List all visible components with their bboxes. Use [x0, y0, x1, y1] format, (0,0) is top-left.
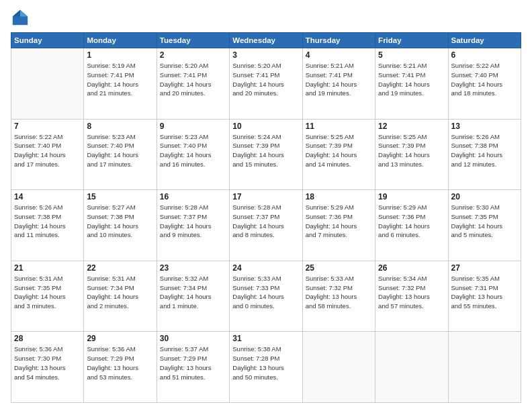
day-info: Sunrise: 5:23 AM Sunset: 7:40 PM Dayligh…	[160, 132, 226, 169]
calendar-cell: 2Sunrise: 5:20 AM Sunset: 7:41 PM Daylig…	[157, 48, 229, 120]
day-info: Sunrise: 5:21 AM Sunset: 7:41 PM Dayligh…	[306, 61, 372, 98]
calendar-cell	[11, 48, 84, 120]
day-number: 2	[160, 50, 226, 60]
day-info: Sunrise: 5:26 AM Sunset: 7:38 PM Dayligh…	[451, 132, 518, 169]
calendar-cell: 10Sunrise: 5:24 AM Sunset: 7:39 PM Dayli…	[230, 119, 302, 190]
day-number: 29	[87, 334, 153, 343]
calendar-header-row: SundayMondayTuesdayWednesdayThursdayFrid…	[11, 33, 521, 48]
calendar-cell: 6Sunrise: 5:22 AM Sunset: 7:40 PM Daylig…	[448, 48, 521, 120]
day-info: Sunrise: 5:19 AM Sunset: 7:41 PM Dayligh…	[87, 61, 153, 98]
day-info: Sunrise: 5:31 AM Sunset: 7:35 PM Dayligh…	[14, 274, 81, 311]
page: SundayMondayTuesdayWednesdayThursdayFrid…	[0, 0, 532, 411]
calendar-cell: 28Sunrise: 5:36 AM Sunset: 7:30 PM Dayli…	[11, 332, 84, 403]
day-info: Sunrise: 5:37 AM Sunset: 7:29 PM Dayligh…	[160, 345, 226, 381]
day-info: Sunrise: 5:28 AM Sunset: 7:37 PM Dayligh…	[232, 203, 299, 240]
day-info: Sunrise: 5:24 AM Sunset: 7:39 PM Dayligh…	[232, 132, 299, 169]
calendar-cell: 31Sunrise: 5:38 AM Sunset: 7:28 PM Dayli…	[230, 332, 302, 403]
calendar-cell: 22Sunrise: 5:31 AM Sunset: 7:34 PM Dayli…	[84, 261, 157, 332]
day-info: Sunrise: 5:36 AM Sunset: 7:29 PM Dayligh…	[87, 345, 153, 381]
day-info: Sunrise: 5:22 AM Sunset: 7:40 PM Dayligh…	[14, 132, 81, 169]
day-info: Sunrise: 5:30 AM Sunset: 7:35 PM Dayligh…	[451, 203, 518, 240]
calendar-cell: 17Sunrise: 5:28 AM Sunset: 7:37 PM Dayli…	[230, 190, 302, 261]
day-info: Sunrise: 5:21 AM Sunset: 7:41 PM Dayligh…	[378, 61, 445, 98]
calendar-cell: 15Sunrise: 5:27 AM Sunset: 7:38 PM Dayli…	[84, 190, 157, 261]
day-number: 8	[87, 122, 153, 131]
day-number: 18	[306, 192, 372, 201]
day-info: Sunrise: 5:22 AM Sunset: 7:40 PM Dayligh…	[451, 61, 518, 98]
day-number: 20	[451, 192, 518, 201]
day-info: Sunrise: 5:25 AM Sunset: 7:39 PM Dayligh…	[306, 132, 372, 169]
day-number: 21	[14, 263, 81, 273]
day-number: 16	[160, 192, 226, 201]
day-number: 25	[306, 263, 372, 273]
calendar-cell: 27Sunrise: 5:35 AM Sunset: 7:31 PM Dayli…	[448, 261, 521, 332]
svg-marker-1	[20, 10, 28, 17]
calendar-cell: 5Sunrise: 5:21 AM Sunset: 7:41 PM Daylig…	[375, 48, 448, 120]
day-header-friday: Friday	[375, 33, 448, 48]
calendar-cell: 7Sunrise: 5:22 AM Sunset: 7:40 PM Daylig…	[11, 119, 84, 190]
day-info: Sunrise: 5:34 AM Sunset: 7:32 PM Dayligh…	[378, 274, 445, 311]
day-info: Sunrise: 5:29 AM Sunset: 7:36 PM Dayligh…	[378, 203, 445, 240]
day-number: 10	[232, 122, 299, 131]
calendar-cell: 19Sunrise: 5:29 AM Sunset: 7:36 PM Dayli…	[375, 190, 448, 261]
calendar-cell: 14Sunrise: 5:26 AM Sunset: 7:38 PM Dayli…	[11, 190, 84, 261]
day-info: Sunrise: 5:29 AM Sunset: 7:36 PM Dayligh…	[306, 203, 372, 240]
calendar-cell: 9Sunrise: 5:23 AM Sunset: 7:40 PM Daylig…	[157, 119, 229, 190]
calendar-cell: 13Sunrise: 5:26 AM Sunset: 7:38 PM Dayli…	[448, 119, 521, 190]
calendar-cell: 12Sunrise: 5:25 AM Sunset: 7:39 PM Dayli…	[375, 119, 448, 190]
calendar-cell: 25Sunrise: 5:33 AM Sunset: 7:32 PM Dayli…	[302, 261, 375, 332]
day-number: 12	[378, 122, 445, 131]
day-number: 13	[451, 122, 518, 131]
day-header-sunday: Sunday	[11, 33, 84, 48]
calendar-table: SundayMondayTuesdayWednesdayThursdayFrid…	[11, 32, 521, 403]
calendar-cell: 11Sunrise: 5:25 AM Sunset: 7:39 PM Dayli…	[302, 119, 375, 190]
day-number: 31	[232, 334, 299, 343]
calendar-week-row: 21Sunrise: 5:31 AM Sunset: 7:35 PM Dayli…	[11, 261, 521, 332]
header	[11, 8, 521, 27]
calendar-week-row: 7Sunrise: 5:22 AM Sunset: 7:40 PM Daylig…	[11, 119, 521, 190]
calendar-cell: 20Sunrise: 5:30 AM Sunset: 7:35 PM Dayli…	[448, 190, 521, 261]
calendar-cell: 23Sunrise: 5:32 AM Sunset: 7:34 PM Dayli…	[157, 261, 229, 332]
calendar-cell: 30Sunrise: 5:37 AM Sunset: 7:29 PM Dayli…	[157, 332, 229, 403]
calendar-cell: 26Sunrise: 5:34 AM Sunset: 7:32 PM Dayli…	[375, 261, 448, 332]
logo	[11, 8, 32, 27]
calendar-cell: 29Sunrise: 5:36 AM Sunset: 7:29 PM Dayli…	[84, 332, 157, 403]
calendar-week-row: 14Sunrise: 5:26 AM Sunset: 7:38 PM Dayli…	[11, 190, 521, 261]
calendar-cell	[375, 332, 448, 403]
day-info: Sunrise: 5:35 AM Sunset: 7:31 PM Dayligh…	[451, 274, 518, 311]
day-info: Sunrise: 5:31 AM Sunset: 7:34 PM Dayligh…	[87, 274, 153, 311]
day-number: 7	[14, 122, 81, 131]
day-info: Sunrise: 5:36 AM Sunset: 7:30 PM Dayligh…	[14, 345, 81, 381]
day-number: 17	[232, 192, 299, 201]
day-header-tuesday: Tuesday	[157, 33, 229, 48]
calendar-week-row: 1Sunrise: 5:19 AM Sunset: 7:41 PM Daylig…	[11, 48, 521, 120]
day-number: 23	[160, 263, 226, 273]
day-number: 9	[160, 122, 226, 131]
day-header-monday: Monday	[84, 33, 157, 48]
day-info: Sunrise: 5:20 AM Sunset: 7:41 PM Dayligh…	[160, 61, 226, 98]
day-number: 6	[451, 50, 518, 60]
day-number: 30	[160, 334, 226, 343]
day-header-wednesday: Wednesday	[230, 33, 302, 48]
day-info: Sunrise: 5:25 AM Sunset: 7:39 PM Dayligh…	[378, 132, 445, 169]
day-number: 3	[232, 50, 299, 60]
day-info: Sunrise: 5:20 AM Sunset: 7:41 PM Dayligh…	[232, 61, 299, 98]
calendar-cell	[448, 332, 521, 403]
day-number: 14	[14, 192, 81, 201]
day-number: 19	[378, 192, 445, 201]
day-number: 4	[306, 50, 372, 60]
calendar-cell	[302, 332, 375, 403]
calendar-cell: 4Sunrise: 5:21 AM Sunset: 7:41 PM Daylig…	[302, 48, 375, 120]
day-number: 28	[14, 334, 81, 343]
day-number: 1	[87, 50, 153, 60]
day-header-saturday: Saturday	[448, 33, 521, 48]
day-number: 11	[306, 122, 372, 131]
day-number: 15	[87, 192, 153, 201]
logo-icon	[11, 8, 30, 27]
calendar-cell: 1Sunrise: 5:19 AM Sunset: 7:41 PM Daylig…	[84, 48, 157, 120]
day-number: 27	[451, 263, 518, 273]
day-number: 5	[378, 50, 445, 60]
calendar-cell: 21Sunrise: 5:31 AM Sunset: 7:35 PM Dayli…	[11, 261, 84, 332]
day-number: 22	[87, 263, 153, 273]
calendar-cell: 18Sunrise: 5:29 AM Sunset: 7:36 PM Dayli…	[302, 190, 375, 261]
